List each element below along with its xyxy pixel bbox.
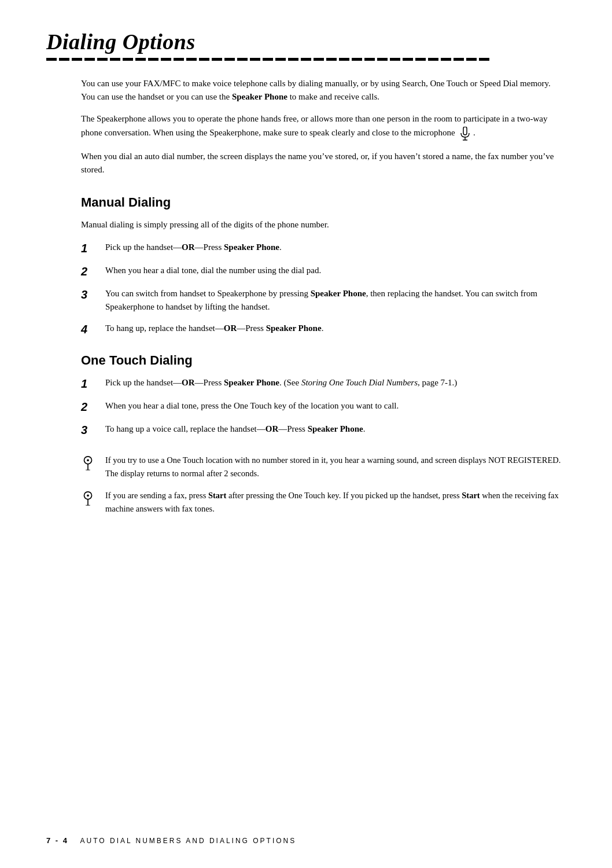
note-2-text: If you are sending a fax, press Start af… bbox=[105, 489, 566, 515]
one-touch-step-2: 2 When you hear a dial tone, press the O… bbox=[81, 399, 566, 414]
manual-dialing-intro: Manual dialing is simply pressing all of… bbox=[81, 218, 566, 231]
svg-rect-0 bbox=[463, 127, 467, 135]
footer-page-number: 7 - 4 bbox=[46, 836, 69, 845]
one-touch-step-3: 3 To hang up a voice call, replace the h… bbox=[81, 422, 566, 437]
intro-para3: When you dial an auto dial number, the s… bbox=[81, 150, 566, 177]
one-touch-dialing-heading: One Touch Dialing bbox=[81, 353, 566, 368]
note-1: If you try to use a One Touch location w… bbox=[81, 454, 566, 480]
svg-point-10 bbox=[87, 495, 89, 497]
note-1-text: If you try to use a One Touch location w… bbox=[105, 454, 566, 480]
intro-para2: The Speakerphone allows you to operate t… bbox=[81, 112, 566, 142]
note-2: If you are sending a fax, press Start af… bbox=[81, 489, 566, 515]
svg-point-6 bbox=[87, 459, 89, 462]
title-decoration bbox=[46, 58, 566, 61]
one-touch-step-1: 1 Pick up the handset—OR—Press Speaker P… bbox=[81, 376, 566, 391]
note-icon-2 bbox=[81, 490, 99, 509]
manual-step-2: 2 When you hear a dial tone, dial the nu… bbox=[81, 264, 566, 279]
intro-para1: You can use your FAX/MFC to make voice t… bbox=[81, 77, 566, 104]
page-footer: 7 - 4 AUTO DIAL NUMBERS AND DIALING OPTI… bbox=[46, 836, 566, 845]
manual-step-4: 4 To hang up, replace the handset—OR—Pre… bbox=[81, 322, 566, 337]
manual-dialing-list: 1 Pick up the handset—OR—Press Speaker P… bbox=[81, 241, 566, 337]
microphone-icon bbox=[457, 126, 471, 142]
manual-step-1: 1 Pick up the handset—OR—Press Speaker P… bbox=[81, 241, 566, 256]
manual-step-3: 3 You can switch from handset to Speaker… bbox=[81, 287, 566, 314]
note-icon-1 bbox=[81, 455, 99, 473]
page-title: Dialing Options bbox=[46, 29, 566, 54]
intro-section: You can use your FAX/MFC to make voice t… bbox=[81, 77, 566, 176]
one-touch-dialing-list: 1 Pick up the handset—OR—Press Speaker P… bbox=[81, 376, 566, 437]
footer-section-text: AUTO DIAL NUMBERS AND DIALING OPTIONS bbox=[80, 837, 297, 845]
manual-dialing-heading: Manual Dialing bbox=[81, 195, 566, 210]
